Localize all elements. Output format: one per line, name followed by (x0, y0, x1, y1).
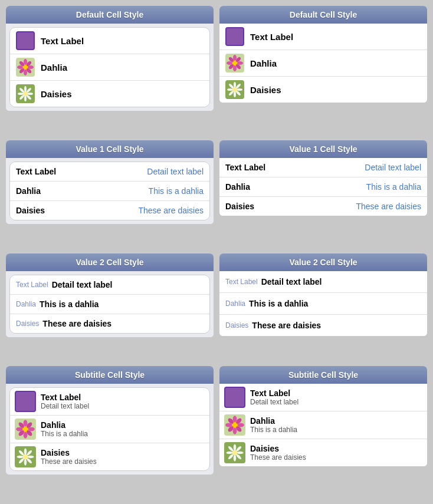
svg-point-32 (234, 82, 236, 88)
main-label: Text Label (16, 167, 56, 176)
table-row[interactable]: Daisies These are daisies (219, 439, 427, 466)
svg-point-35 (237, 88, 242, 91)
value2-cell-style-right-panel: Value 2 Cell Style Text Label Detail tex… (219, 253, 427, 336)
detail-label: These are daisies (138, 206, 204, 215)
value1-right-body: Text Label Detail text label Dahlia This… (219, 158, 427, 216)
table-row[interactable]: Dahlia This is a dahlia (219, 177, 427, 197)
cell-label: Daisies (41, 89, 72, 99)
table-row[interactable]: Text Label Detail text label (219, 384, 427, 411)
daisies-icon (16, 84, 35, 103)
value1-left-header: Value 1 Cell Style (6, 140, 214, 158)
table-row[interactable]: Dahlia This is a dahlia (219, 411, 427, 439)
svg-point-54 (17, 456, 23, 459)
text-group: Text Label Detail text label (250, 388, 298, 406)
table-row[interactable]: Dahlia (219, 50, 427, 77)
default-left-list: Text Label (9, 27, 210, 107)
table-row[interactable]: Daisies These are daisies (10, 201, 209, 220)
dahlia-icon (16, 58, 35, 77)
main-label: These are daisies (252, 321, 321, 330)
detail-label: This is a dahlia (366, 182, 421, 192)
table-row[interactable]: Daisies (10, 81, 209, 107)
table-row[interactable]: Dahlia This is a dahlia (10, 416, 209, 443)
cell-label: Text Label (41, 36, 84, 46)
sub-detail: These are daisies (41, 457, 97, 466)
main-label: Detail text label (52, 280, 113, 289)
daisies-icon (15, 446, 36, 467)
main-label: Text Label (250, 388, 298, 398)
subtitle-cell-style-left-panel: Subtitle Cell Style Text Label Detail te… (6, 366, 214, 475)
table-row[interactable]: Dahlia This is a dahlia (10, 182, 209, 201)
svg-point-24 (227, 61, 232, 65)
main-label: Daisies (225, 202, 254, 211)
value2-left-body: Text Label Detail text label Dahlia This… (6, 271, 214, 337)
table-row[interactable]: Text Label (10, 28, 209, 54)
svg-point-3 (24, 70, 27, 75)
table-row[interactable]: Daisies These are daisies (219, 315, 427, 336)
text-group: Text Label Detail text label (41, 393, 89, 410)
value2-right-header: Value 2 Cell Style (219, 253, 427, 271)
main-label: Daisies (250, 444, 306, 453)
svg-point-62 (233, 416, 237, 423)
detail-label: Detail text label (147, 167, 204, 176)
table-row[interactable]: Dahlia This is a dahlia (10, 295, 209, 314)
main-label: Daisies (16, 206, 45, 215)
svg-point-72 (234, 444, 237, 451)
value1-cell-style-left-panel: Value 1 Cell Style Text Label Detail tex… (6, 140, 214, 224)
svg-point-75 (237, 452, 243, 454)
value2-left-header: Value 2 Cell Style (6, 253, 214, 271)
table-row[interactable]: Text Label Detail text label (10, 162, 209, 182)
table-row[interactable]: Text Label Detail text label (10, 275, 209, 295)
svg-point-73 (234, 455, 237, 462)
table-row[interactable]: Text Label Detail text label (219, 158, 427, 177)
sub-detail: These are daisies (250, 453, 306, 462)
svg-point-74 (226, 452, 232, 454)
default-cell-style-right-panel: Default Cell Style Text Label (219, 6, 427, 103)
sub-detail: This is a dahlia (250, 426, 297, 434)
value1-right-header: Value 1 Cell Style (219, 140, 427, 158)
subtitle-right-body: Text Label Detail text label (219, 384, 427, 466)
dahlia-icon (225, 54, 244, 73)
svg-point-13 (24, 95, 27, 101)
value1-left-body: Text Label Detail text label Dahlia This… (6, 158, 214, 224)
purple-icon (16, 31, 35, 50)
purple-icon (225, 27, 244, 46)
sub-detail: Detail text label (250, 398, 298, 406)
svg-point-25 (237, 61, 243, 65)
svg-point-14 (18, 93, 24, 95)
table-row[interactable]: Daisies (219, 77, 427, 103)
main-label: Dahlia (250, 416, 297, 426)
cell-label: Dahlia (41, 62, 67, 73)
text-group: Dahlia This is a dahlia (250, 416, 297, 434)
sub-label: Dahlia (225, 299, 245, 308)
sub-label: Dahlia (16, 300, 36, 308)
svg-point-5 (28, 65, 34, 69)
daisies-icon (225, 80, 244, 99)
cell-label: Text Label (250, 32, 293, 42)
value1-left-list: Text Label Detail text label Dahlia This… (9, 162, 210, 220)
default-left-body: Text Label (6, 24, 214, 111)
value2-cell-style-left-panel: Value 2 Cell Style Text Label Detail tex… (6, 253, 214, 337)
sub-label: Daisies (16, 319, 39, 328)
main-label: This is a dahlia (249, 299, 308, 308)
table-row[interactable]: Text Label Detail text label (10, 388, 209, 416)
subtitle-left-list: Text Label Detail text label (9, 387, 210, 471)
svg-point-43 (24, 432, 28, 439)
table-row[interactable]: Dahlia This is a dahlia (219, 293, 427, 315)
subtitle-right-header: Subtitle Cell Style (219, 366, 427, 384)
dahlia-icon (15, 419, 36, 440)
text-group: Dahlia This is a dahlia (41, 420, 88, 438)
table-row[interactable]: Daisies These are daisies (219, 197, 427, 216)
table-row[interactable]: Dahlia (10, 54, 209, 81)
default-cell-style-left-panel: Default Cell Style Text Label (6, 6, 214, 111)
svg-point-12 (24, 86, 27, 92)
svg-point-64 (225, 423, 232, 427)
sub-label: Daisies (225, 321, 248, 330)
table-row[interactable]: Text Label Detail text label (219, 271, 427, 293)
svg-point-45 (28, 427, 35, 431)
main-label: These are daisies (42, 319, 111, 328)
table-row[interactable]: Text Label (219, 24, 427, 50)
value2-right-body: Text Label Detail text label Dahlia This… (219, 271, 427, 336)
table-row[interactable]: Daisies These are daisies (10, 443, 209, 470)
svg-point-2 (24, 59, 27, 65)
table-row[interactable]: Daisies These are daisies (10, 314, 209, 333)
